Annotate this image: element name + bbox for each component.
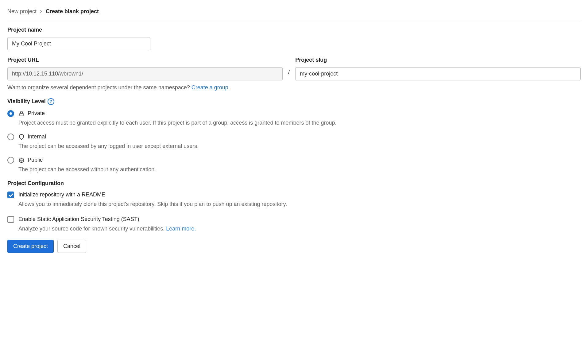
readme-desc: Allows you to immediately clone this pro…: [18, 200, 581, 208]
readme-title: Initialize repository with a README: [18, 191, 105, 199]
sast-title: Enable Static Application Security Testi…: [18, 215, 139, 223]
sast-learn-more-link[interactable]: Learn more.: [166, 226, 196, 232]
visibility-public-desc: The project can be accessed without any …: [18, 165, 581, 174]
chevron-right-icon: [40, 8, 43, 15]
cancel-button[interactable]: Cancel: [57, 240, 86, 253]
visibility-private-desc: Project access must be granted explicitl…: [18, 119, 581, 127]
breadcrumb: New project Create blank project: [7, 7, 581, 20]
project-slug-input[interactable]: [295, 67, 581, 80]
globe-icon: [18, 157, 25, 163]
lock-icon: [18, 110, 25, 117]
readme-checkbox[interactable]: [7, 192, 14, 198]
namespace-hint: Want to organize several dependent proje…: [7, 83, 581, 92]
visibility-label: Visibility Level: [7, 97, 46, 106]
visibility-public-title: Public: [28, 156, 43, 164]
project-name-input[interactable]: [7, 37, 150, 50]
sast-desc: Analyze your source code for known secur…: [18, 225, 581, 233]
project-url-input: [7, 67, 283, 80]
visibility-public-radio[interactable]: [7, 157, 14, 164]
breadcrumb-parent[interactable]: New project: [7, 7, 37, 16]
project-slug-label: Project slug: [295, 56, 581, 64]
visibility-internal-title: Internal: [28, 133, 46, 141]
project-url-label: Project URL: [7, 56, 283, 64]
svg-rect-0: [20, 113, 23, 116]
help-icon[interactable]: ?: [48, 98, 54, 105]
url-separator: /: [283, 68, 296, 80]
create-group-link[interactable]: Create a group.: [191, 84, 230, 91]
visibility-internal-radio[interactable]: [7, 134, 14, 140]
config-label: Project Configuration: [7, 179, 581, 188]
project-name-label: Project name: [7, 26, 581, 34]
visibility-private-radio[interactable]: [7, 110, 14, 117]
create-project-button[interactable]: Create project: [7, 240, 54, 253]
breadcrumb-current: Create blank project: [46, 7, 99, 16]
visibility-private-title: Private: [28, 109, 45, 118]
visibility-internal-desc: The project can be accessed by any logge…: [18, 142, 581, 150]
shield-icon: [18, 134, 25, 140]
sast-checkbox[interactable]: [7, 216, 14, 223]
